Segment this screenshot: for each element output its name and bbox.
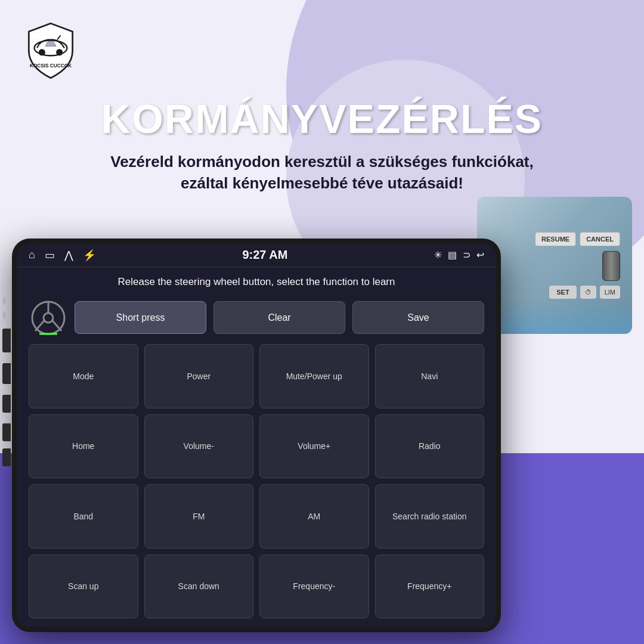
tablet-container: MIC RST ⌂ ▭ ⋀ ⚡ 9:27 AM [12,239,501,632]
scan-up-btn[interactable]: Scan up [29,555,138,619]
short-press-btn[interactable]: Short press [75,301,206,334]
rst-label: RST [2,312,11,319]
svg-line-9 [52,321,61,331]
frequency-minus-btn[interactable]: Frequency- [259,555,369,619]
hw-bottom-row: SET ⏱ LIM [549,286,620,299]
status-time: 9:27 AM [242,248,287,262]
cast-icon: ▤ [448,249,457,261]
home-icon[interactable]: ⌂ [29,249,35,261]
title-section: KORMÁNYVEZÉRLÉS Vezéreld kormányodon ker… [0,95,644,194]
side-buttons: MIC RST [2,298,11,466]
hw-button-group: RESUME CANCEL SET ⏱ LIM [535,232,620,299]
hw-clock-btn: ⏱ [580,286,596,299]
side-power-btn[interactable] [2,329,11,352]
tablet-outer: ⌂ ▭ ⋀ ⚡ 9:27 AM ✳ ▤ ⊃ ↩ [12,239,501,632]
scan-down-btn[interactable]: Scan down [144,555,254,619]
up-arrows-icon[interactable]: ⋀ [64,249,73,262]
side-home-btn[interactable] [2,363,11,384]
svg-point-1 [39,49,45,55]
usb-icon[interactable]: ⚡ [83,249,96,262]
band-btn[interactable]: Band [29,484,138,549]
hw-scroll-row [602,251,620,281]
side-back-btn[interactable] [2,395,11,413]
status-right-icons: ✳ ▤ ⊃ ↩ [434,249,484,261]
save-btn[interactable]: Save [352,301,484,334]
clear-btn[interactable]: Clear [213,301,345,334]
svg-text:KOCSIS CUCCOK: KOCSIS CUCCOK [30,63,72,69]
power-btn[interactable]: Power [144,344,254,408]
instruction-text: Release the steering wheel button, selec… [29,276,484,288]
home-btn[interactable]: Home [29,414,138,479]
side-vol-up-btn[interactable] [2,423,11,441]
svg-point-6 [44,313,53,323]
radio-btn[interactable]: Radio [375,414,485,479]
back-icon[interactable]: ↩ [476,249,484,261]
search-radio-station-btn[interactable]: Search radio station [375,484,485,549]
status-left-icons: ⌂ ▭ ⋀ ⚡ [29,249,96,262]
hw-lim-btn[interactable]: LIM [600,286,620,299]
hw-resume-btn[interactable]: RESUME [535,232,576,246]
window-icon[interactable]: ▭ [45,249,55,262]
navi-btn[interactable]: Navi [375,344,485,408]
hw-scroll-wheel[interactable] [602,251,620,281]
screen-content: Release the steering wheel button, selec… [17,267,496,627]
hw-cancel-btn[interactable]: CANCEL [580,232,620,246]
main-title: KORMÁNYVEZÉRLÉS [0,95,644,142]
hw-top-row: RESUME CANCEL [535,232,620,246]
subtitle: Vezéreld kormányodon keresztül a szükség… [0,151,644,194]
am-btn[interactable]: AM [259,484,369,549]
steering-wheel-icon [29,298,67,337]
bluetooth-icon: ✳ [434,249,442,261]
mute-power-up-btn[interactable]: Mute/Power up [259,344,369,408]
svg-line-8 [35,321,44,331]
fm-btn[interactable]: FM [144,484,254,549]
frequency-plus-btn[interactable]: Frequency+ [375,555,485,619]
grid-buttons: Mode Power Mute/Power up Navi Home Volum… [29,344,484,618]
tablet-screen: ⌂ ▭ ⋀ ⚡ 9:27 AM ✳ ▤ ⊃ ↩ [17,243,496,627]
mic-label: MIC [2,298,11,305]
hw-set-btn[interactable]: SET [549,286,576,299]
wifi-icon: ⊃ [463,249,470,261]
logo-icon: KOCSIS CUCCOK [18,18,83,83]
top-btn-row: Short press Clear Save [29,298,484,337]
side-vol-down-btn[interactable] [2,448,11,466]
volume-plus-btn[interactable]: Volume+ [259,414,369,479]
status-bar: ⌂ ▭ ⋀ ⚡ 9:27 AM ✳ ▤ ⊃ ↩ [17,243,496,267]
volume-minus-btn[interactable]: Volume- [144,414,254,479]
svg-point-2 [56,49,63,55]
mode-btn[interactable]: Mode [29,344,138,408]
logo-container: KOCSIS CUCCOK [18,18,83,83]
